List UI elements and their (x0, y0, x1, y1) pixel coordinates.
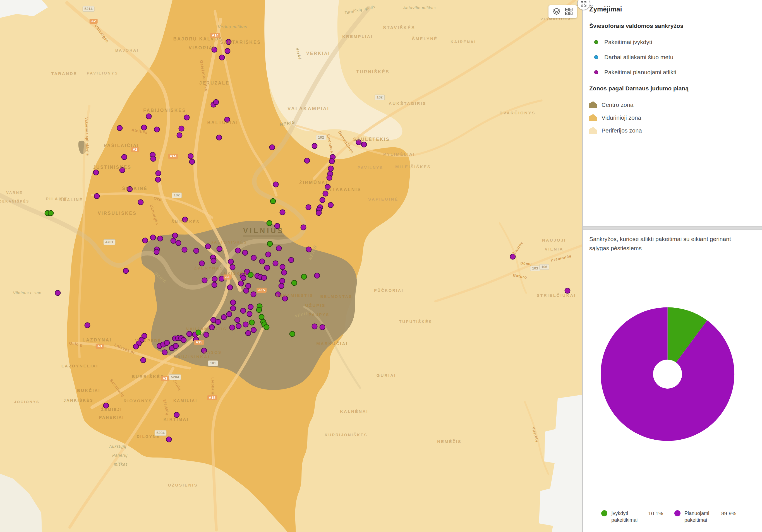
map-marker-planned[interactable] (227, 285, 233, 290)
map-marker-planned[interactable] (143, 238, 148, 243)
map-marker-completed[interactable] (264, 325, 269, 330)
map-marker-planned[interactable] (221, 315, 227, 320)
map-marker-planned[interactable] (361, 142, 367, 147)
map-marker-planned[interactable] (282, 296, 288, 301)
map-marker-planned[interactable] (251, 292, 256, 297)
map-marker-planned[interactable] (329, 159, 335, 164)
map-marker-planned[interactable] (217, 135, 222, 140)
map-marker-planned[interactable] (276, 246, 282, 251)
map-marker-planned[interactable] (173, 233, 178, 238)
map-marker-completed[interactable] (259, 314, 264, 320)
map-marker-planned[interactable] (238, 281, 244, 286)
map-marker-planned[interactable] (182, 247, 187, 252)
map-marker-planned[interactable] (209, 325, 215, 330)
map-marker-planned[interactable] (312, 143, 317, 149)
map-marker-planned[interactable] (94, 194, 100, 199)
map-marker-planned[interactable] (231, 306, 236, 311)
map-marker-planned[interactable] (120, 168, 125, 173)
map-marker-planned[interactable] (262, 275, 267, 281)
map-canvas[interactable]: VILNIUSBAJORŲ KALVOSVISORIAISANTARIŠKĖSJ… (0, 0, 582, 532)
map-marker-planned[interactable] (211, 258, 216, 264)
map-marker-planned[interactable] (158, 236, 163, 241)
map-marker-planned[interactable] (241, 308, 246, 313)
map-marker-planned[interactable] (217, 246, 222, 252)
map-marker-planned[interactable] (141, 358, 146, 363)
map-marker-planned[interactable] (231, 300, 236, 305)
map-marker-planned[interactable] (266, 252, 271, 257)
map-marker-planned[interactable] (226, 39, 231, 45)
map-marker-planned[interactable] (173, 343, 179, 349)
map-marker-planned[interactable] (174, 412, 180, 418)
map-marker-planned[interactable] (269, 145, 275, 150)
map-marker-planned[interactable] (122, 155, 127, 160)
map-marker-planned[interactable] (154, 249, 159, 255)
map-marker-planned[interactable] (230, 265, 235, 270)
map-marker-planned[interactable] (248, 304, 254, 310)
layers-button[interactable] (552, 7, 561, 16)
map-marker-planned[interactable] (305, 158, 310, 164)
map-marker-planned[interactable] (275, 292, 281, 297)
map-marker-planned[interactable] (184, 115, 190, 120)
map-marker-planned[interactable] (235, 248, 241, 253)
map-marker-planned[interactable] (162, 350, 168, 355)
map-marker-planned[interactable] (104, 403, 109, 408)
map-marker-completed[interactable] (290, 331, 295, 337)
map-marker-completed[interactable] (48, 211, 53, 216)
map-marker-planned[interactable] (215, 319, 221, 325)
map-marker-planned[interactable] (193, 337, 199, 342)
map-marker-planned[interactable] (247, 311, 252, 317)
map-marker-planned[interactable] (179, 126, 184, 131)
map-marker-planned[interactable] (212, 47, 217, 52)
map-marker-planned[interactable] (204, 332, 209, 338)
map-marker-planned[interactable] (199, 261, 204, 266)
map-marker-planned[interactable] (265, 265, 270, 271)
map-marker-planned[interactable] (141, 125, 147, 130)
map-marker-planned[interactable] (213, 100, 219, 105)
map-marker-planned[interactable] (243, 322, 249, 327)
map-marker-planned[interactable] (155, 177, 161, 182)
map-marker-planned[interactable] (94, 170, 99, 175)
map-marker-planned[interactable] (323, 191, 328, 196)
map-marker-completed[interactable] (270, 199, 276, 204)
map-marker-planned[interactable] (164, 340, 170, 346)
map-marker-planned[interactable] (225, 117, 230, 122)
map-marker-completed[interactable] (249, 320, 255, 325)
basemap-gallery-button[interactable] (565, 7, 573, 16)
map-marker-planned[interactable] (151, 156, 156, 162)
map-marker-planned[interactable] (306, 247, 312, 252)
map-marker-planned[interactable] (176, 240, 181, 246)
map-marker-planned[interactable] (306, 205, 311, 210)
map-marker-completed[interactable] (257, 307, 262, 313)
map-marker-planned[interactable] (225, 48, 230, 54)
map-marker-planned[interactable] (280, 210, 285, 215)
map-marker-planned[interactable] (289, 257, 294, 263)
map-marker-planned[interactable] (123, 268, 129, 274)
map-marker-planned[interactable] (312, 324, 317, 329)
map-marker-planned[interactable] (282, 270, 287, 275)
map-marker-planned[interactable] (301, 225, 306, 230)
map-marker-planned[interactable] (219, 276, 224, 282)
donut-slice[interactable] (601, 307, 734, 441)
map-marker-planned[interactable] (156, 171, 161, 176)
map-marker-planned[interactable] (127, 187, 132, 192)
map-marker-planned[interactable] (320, 198, 325, 203)
map-marker-completed[interactable] (196, 330, 201, 335)
map-marker-planned[interactable] (133, 344, 139, 349)
map-marker-planned[interactable] (150, 235, 156, 240)
map-marker-planned[interactable] (181, 338, 187, 343)
map-marker-planned[interactable] (244, 288, 249, 294)
map-marker-planned[interactable] (190, 159, 195, 165)
map-marker-completed[interactable] (292, 280, 297, 286)
map-marker-planned[interactable] (273, 182, 278, 187)
map-marker-planned[interactable] (320, 325, 325, 330)
map-marker-planned[interactable] (273, 261, 278, 266)
map-marker-planned[interactable] (325, 184, 331, 190)
map-marker-planned[interactable] (146, 114, 152, 119)
map-marker-planned[interactable] (117, 126, 122, 131)
map-marker-planned[interactable] (85, 323, 90, 328)
map-marker-completed[interactable] (267, 241, 273, 247)
map-marker-planned[interactable] (251, 327, 257, 333)
map-marker-planned[interactable] (327, 175, 332, 180)
map-marker-planned[interactable] (219, 55, 225, 60)
map-marker-planned[interactable] (235, 317, 240, 323)
